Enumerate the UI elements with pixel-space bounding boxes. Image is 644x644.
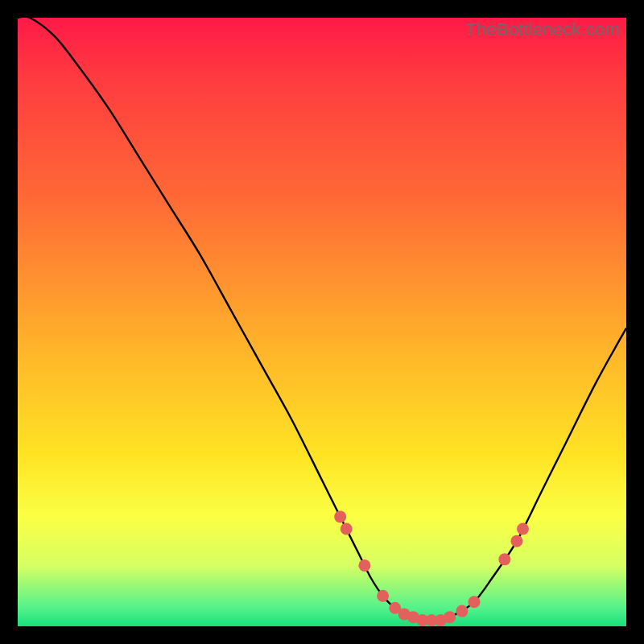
curve-dot — [341, 523, 353, 535]
curve-dot — [456, 605, 468, 617]
curve-dot — [444, 611, 456, 623]
curve-dot — [517, 523, 529, 535]
curve-line — [18, 16, 626, 621]
curve-dot — [358, 559, 370, 572]
curve-dot — [498, 553, 510, 565]
curve-dot — [377, 590, 389, 602]
plot-area: TheBottleneck.com — [18, 18, 626, 626]
chart-frame: TheBottleneck.com — [0, 0, 644, 644]
curve-dot — [334, 510, 346, 522]
curve-dot — [510, 535, 522, 547]
curve-dot — [469, 596, 481, 608]
bottleneck-curve — [18, 18, 626, 626]
